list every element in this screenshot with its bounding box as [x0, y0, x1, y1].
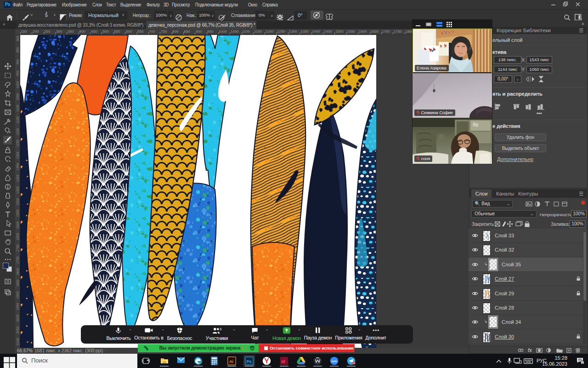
svg-text:.00: .00: [352, 362, 355, 364]
svg-text:Ai: Ai: [229, 359, 233, 364]
svg-text:zoom: zoom: [331, 360, 337, 362]
svg-text:Id: Id: [282, 359, 285, 364]
svg-text:fx: fx: [528, 348, 532, 353]
svg-text:Ps: Ps: [247, 359, 252, 364]
svg-text:3: 3: [220, 327, 222, 331]
svg-text:2: 2: [582, 361, 583, 364]
